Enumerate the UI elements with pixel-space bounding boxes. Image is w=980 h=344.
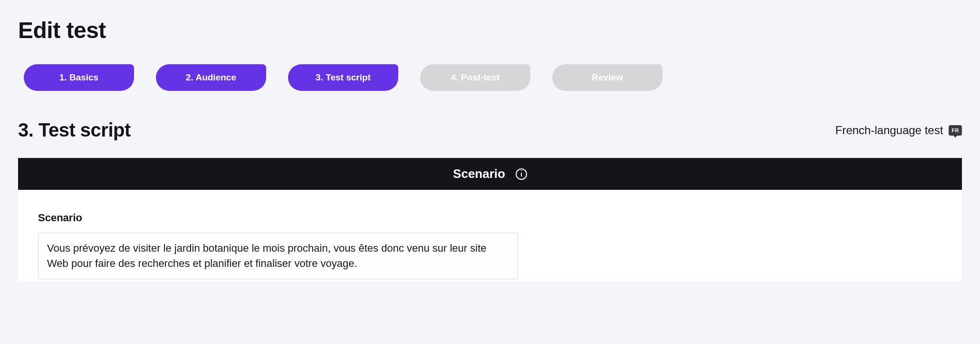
step-basics[interactable]: 1. Basics bbox=[24, 64, 134, 91]
language-text: French-language test bbox=[836, 124, 943, 137]
section-header: 3. Test script French-language test FR bbox=[18, 119, 962, 141]
scenario-header-title: Scenario bbox=[453, 167, 505, 181]
step-test-script[interactable]: 3. Test script bbox=[288, 64, 398, 91]
scenario-panel-header: Scenario bbox=[18, 158, 962, 190]
step-audience[interactable]: 2. Audience bbox=[156, 64, 266, 91]
step-review[interactable]: Review bbox=[552, 64, 663, 91]
language-badge: FR bbox=[949, 125, 962, 136]
step-post-test[interactable]: 4. Post-test bbox=[420, 64, 530, 91]
page-title: Edit test bbox=[18, 17, 962, 43]
scenario-panel: Scenario Scenario Vous prévoyez de visit… bbox=[18, 158, 962, 281]
scenario-field-label: Scenario bbox=[38, 212, 942, 224]
info-icon[interactable] bbox=[516, 168, 527, 180]
scenario-body: Scenario Vous prévoyez de visiter le jar… bbox=[18, 190, 962, 281]
section-title: 3. Test script bbox=[18, 119, 131, 141]
language-indicator: French-language test FR bbox=[836, 124, 962, 137]
scenario-textarea[interactable]: Vous prévoyez de visiter le jardin botan… bbox=[38, 233, 518, 279]
wizard-steps: 1. Basics 2. Audience 3. Test script 4. … bbox=[18, 64, 962, 91]
